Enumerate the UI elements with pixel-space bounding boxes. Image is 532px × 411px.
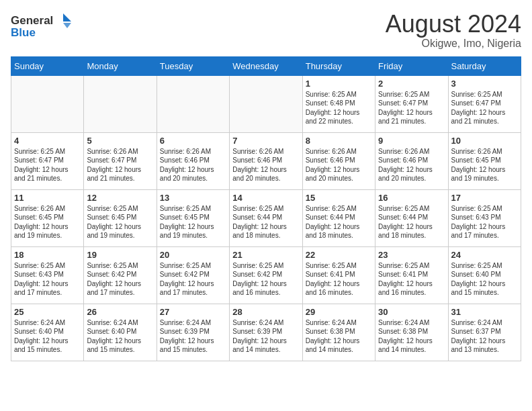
calendar-cell: 31Sunrise: 6:24 AM Sunset: 6:37 PM Dayli… <box>448 304 521 361</box>
day-number: 11 <box>14 193 81 203</box>
day-info: Sunrise: 6:24 AM Sunset: 6:38 PM Dayligh… <box>306 318 372 355</box>
weekday-header: Wednesday <box>230 56 302 75</box>
day-number: 5 <box>87 136 153 146</box>
day-info: Sunrise: 6:26 AM Sunset: 6:45 PM Dayligh… <box>14 204 81 240</box>
day-info: Sunrise: 6:24 AM Sunset: 6:39 PM Dayligh… <box>160 318 226 355</box>
day-number: 24 <box>451 250 518 260</box>
day-info: Sunrise: 6:25 AM Sunset: 6:41 PM Dayligh… <box>306 261 372 298</box>
calendar-cell: 16Sunrise: 6:25 AM Sunset: 6:44 PM Dayli… <box>375 189 448 246</box>
calendar-cell: 19Sunrise: 6:25 AM Sunset: 6:42 PM Dayli… <box>84 246 157 304</box>
calendar-cell: 27Sunrise: 6:24 AM Sunset: 6:39 PM Dayli… <box>157 304 229 361</box>
day-number: 18 <box>14 250 81 260</box>
calendar-cell: 22Sunrise: 6:25 AM Sunset: 6:41 PM Dayli… <box>302 246 375 304</box>
calendar-week-row: 25Sunrise: 6:24 AM Sunset: 6:40 PM Dayli… <box>11 304 521 361</box>
day-number: 22 <box>306 250 372 260</box>
svg-text:Blue: Blue <box>11 26 36 39</box>
day-number: 1 <box>306 79 372 89</box>
day-info: Sunrise: 6:25 AM Sunset: 6:42 PM Dayligh… <box>87 261 153 298</box>
day-number: 23 <box>378 250 445 260</box>
day-number: 7 <box>232 136 299 146</box>
day-info: Sunrise: 6:25 AM Sunset: 6:44 PM Dayligh… <box>306 204 372 240</box>
logo: General Blue <box>11 11 71 40</box>
weekday-header: Saturday <box>448 56 521 75</box>
day-info: Sunrise: 6:25 AM Sunset: 6:42 PM Dayligh… <box>160 261 226 298</box>
calendar-cell: 30Sunrise: 6:24 AM Sunset: 6:38 PM Dayli… <box>375 304 448 361</box>
logo-svg: General Blue <box>11 11 71 40</box>
calendar-cell: 8Sunrise: 6:26 AM Sunset: 6:46 PM Daylig… <box>302 132 375 189</box>
day-number: 31 <box>451 307 518 317</box>
calendar-cell: 2Sunrise: 6:25 AM Sunset: 6:47 PM Daylig… <box>375 75 448 132</box>
calendar-week-row: 4Sunrise: 6:25 AM Sunset: 6:47 PM Daylig… <box>11 132 521 189</box>
day-info: Sunrise: 6:26 AM Sunset: 6:47 PM Dayligh… <box>87 147 153 183</box>
weekday-header: Friday <box>375 56 448 75</box>
calendar-cell: 15Sunrise: 6:25 AM Sunset: 6:44 PM Dayli… <box>302 189 375 246</box>
calendar-cell: 4Sunrise: 6:25 AM Sunset: 6:47 PM Daylig… <box>11 132 84 189</box>
day-info: Sunrise: 6:25 AM Sunset: 6:48 PM Dayligh… <box>306 90 372 126</box>
weekday-header: Sunday <box>11 56 84 75</box>
day-info: Sunrise: 6:25 AM Sunset: 6:43 PM Dayligh… <box>14 261 81 298</box>
calendar-cell: 21Sunrise: 6:25 AM Sunset: 6:42 PM Dayli… <box>230 246 302 304</box>
calendar-cell: 13Sunrise: 6:25 AM Sunset: 6:45 PM Dayli… <box>157 189 229 246</box>
day-number: 8 <box>306 136 372 146</box>
calendar-week-row: 11Sunrise: 6:26 AM Sunset: 6:45 PM Dayli… <box>11 189 521 246</box>
location-subtitle: Okigwe, Imo, Nigeria <box>386 38 521 50</box>
weekday-header: Monday <box>84 56 157 75</box>
calendar-cell <box>230 75 302 132</box>
day-info: Sunrise: 6:24 AM Sunset: 6:40 PM Dayligh… <box>14 318 81 355</box>
calendar-cell: 11Sunrise: 6:26 AM Sunset: 6:45 PM Dayli… <box>11 189 84 246</box>
day-number: 4 <box>14 136 81 146</box>
calendar-cell: 3Sunrise: 6:25 AM Sunset: 6:47 PM Daylig… <box>448 75 521 132</box>
day-number: 14 <box>232 193 299 203</box>
page-header: General Blue August 2024 Okigwe, Imo, Ni… <box>11 11 521 50</box>
day-number: 16 <box>378 193 445 203</box>
day-info: Sunrise: 6:24 AM Sunset: 6:38 PM Dayligh… <box>378 318 445 355</box>
day-info: Sunrise: 6:26 AM Sunset: 6:46 PM Dayligh… <box>160 147 226 183</box>
calendar-table: SundayMondayTuesdayWednesdayThursdayFrid… <box>11 56 521 361</box>
calendar-cell: 28Sunrise: 6:24 AM Sunset: 6:39 PM Dayli… <box>230 304 302 361</box>
day-number: 28 <box>232 307 299 317</box>
day-info: Sunrise: 6:25 AM Sunset: 6:47 PM Dayligh… <box>14 147 81 183</box>
calendar-cell: 26Sunrise: 6:24 AM Sunset: 6:40 PM Dayli… <box>84 304 157 361</box>
calendar-cell <box>11 75 84 132</box>
weekday-header: Tuesday <box>157 56 229 75</box>
calendar-cell: 17Sunrise: 6:25 AM Sunset: 6:43 PM Dayli… <box>448 189 521 246</box>
day-info: Sunrise: 6:25 AM Sunset: 6:42 PM Dayligh… <box>232 261 299 298</box>
day-number: 6 <box>160 136 226 146</box>
svg-text:General: General <box>11 14 53 27</box>
day-number: 17 <box>451 193 518 203</box>
calendar-cell: 23Sunrise: 6:25 AM Sunset: 6:41 PM Dayli… <box>375 246 448 304</box>
title-block: August 2024 Okigwe, Imo, Nigeria <box>386 11 521 50</box>
calendar-week-row: 1Sunrise: 6:25 AM Sunset: 6:48 PM Daylig… <box>11 75 521 132</box>
day-number: 30 <box>378 307 445 317</box>
day-info: Sunrise: 6:24 AM Sunset: 6:39 PM Dayligh… <box>232 318 299 355</box>
weekday-header: Thursday <box>302 56 375 75</box>
day-info: Sunrise: 6:26 AM Sunset: 6:46 PM Dayligh… <box>378 147 445 183</box>
svg-marker-3 <box>63 23 71 28</box>
day-info: Sunrise: 6:25 AM Sunset: 6:45 PM Dayligh… <box>87 204 153 240</box>
day-number: 9 <box>378 136 445 146</box>
day-info: Sunrise: 6:25 AM Sunset: 6:47 PM Dayligh… <box>378 90 445 126</box>
calendar-cell: 7Sunrise: 6:26 AM Sunset: 6:46 PM Daylig… <box>230 132 302 189</box>
day-info: Sunrise: 6:25 AM Sunset: 6:41 PM Dayligh… <box>378 261 445 298</box>
day-number: 10 <box>451 136 518 146</box>
calendar-cell <box>84 75 157 132</box>
calendar-cell: 1Sunrise: 6:25 AM Sunset: 6:48 PM Daylig… <box>302 75 375 132</box>
day-number: 13 <box>160 193 226 203</box>
calendar-cell: 10Sunrise: 6:26 AM Sunset: 6:45 PM Dayli… <box>448 132 521 189</box>
day-info: Sunrise: 6:24 AM Sunset: 6:37 PM Dayligh… <box>451 318 518 355</box>
day-info: Sunrise: 6:26 AM Sunset: 6:46 PM Dayligh… <box>306 147 372 183</box>
calendar-cell: 18Sunrise: 6:25 AM Sunset: 6:43 PM Dayli… <box>11 246 84 304</box>
day-number: 29 <box>306 307 372 317</box>
svg-marker-2 <box>63 13 71 21</box>
day-number: 19 <box>87 250 153 260</box>
day-info: Sunrise: 6:25 AM Sunset: 6:43 PM Dayligh… <box>451 204 518 240</box>
calendar-cell: 9Sunrise: 6:26 AM Sunset: 6:46 PM Daylig… <box>375 132 448 189</box>
day-number: 21 <box>232 250 299 260</box>
day-number: 2 <box>378 79 445 89</box>
calendar-cell: 25Sunrise: 6:24 AM Sunset: 6:40 PM Dayli… <box>11 304 84 361</box>
day-info: Sunrise: 6:25 AM Sunset: 6:44 PM Dayligh… <box>378 204 445 240</box>
day-info: Sunrise: 6:26 AM Sunset: 6:46 PM Dayligh… <box>232 147 299 183</box>
day-number: 27 <box>160 307 226 317</box>
calendar-cell <box>157 75 229 132</box>
calendar-cell: 12Sunrise: 6:25 AM Sunset: 6:45 PM Dayli… <box>84 189 157 246</box>
